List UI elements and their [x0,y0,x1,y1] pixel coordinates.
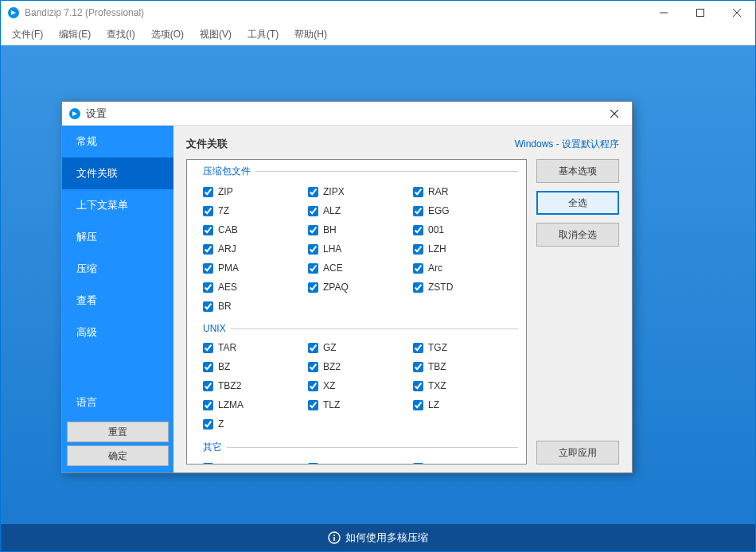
menu-edit[interactable]: 编辑(E) [51,25,99,44]
checkbox-input[interactable] [203,263,213,274]
ok-button[interactable]: 确定 [67,445,169,466]
checkbox-input[interactable] [203,419,213,430]
checkbox-war[interactable]: WAR [308,459,413,464]
checkbox-7z[interactable]: 7Z [203,202,308,220]
checkbox-zipx[interactable]: ZIPX [308,183,413,200]
checkbox-input[interactable] [308,206,318,216]
checkbox-input[interactable] [413,187,423,197]
checkbox-xz[interactable]: XZ [308,377,413,395]
sidebar-item-extract[interactable]: 解压 [62,221,173,253]
checkbox-input[interactable] [308,244,318,255]
checkbox-input[interactable] [203,244,213,255]
minimize-button[interactable] [645,1,682,25]
checkbox-input[interactable] [203,400,213,410]
checkbox-input[interactable] [308,187,318,197]
checkbox-aes[interactable]: AES [203,278,308,296]
sidebar-item-context-menu[interactable]: 上下文菜单 [62,189,173,221]
checkbox-input[interactable] [203,343,213,353]
checkbox-br[interactable]: BR [203,297,308,315]
checkbox-input[interactable] [308,263,318,274]
checkbox-input[interactable] [413,263,423,274]
menu-help[interactable]: 帮助(H) [286,25,335,44]
sidebar-item-view[interactable]: 查看 [62,285,173,317]
sidebar-item-general[interactable]: 常规 [62,126,173,157]
checkbox-jar[interactable]: JAR [203,459,308,464]
basic-options-button[interactable]: 基本选项 [536,159,619,183]
checkbox-zstd[interactable]: ZSTD [413,278,518,296]
close-button[interactable] [719,1,755,25]
checkbox-apk[interactable]: APK [413,459,518,464]
checkbox-cab[interactable]: CAB [203,221,308,239]
checkbox-input[interactable] [308,463,318,465]
checkbox-zpaq[interactable]: ZPAQ [308,278,413,296]
sidebar-item-compress[interactable]: 压缩 [62,253,173,285]
deselect-all-button[interactable]: 取消全选 [536,223,619,247]
checkbox-bh[interactable]: BH [308,221,413,239]
checkbox-bz2[interactable]: BZ2 [308,358,413,375]
checkbox-bz[interactable]: BZ [203,358,308,375]
checkbox-lzma[interactable]: LZMA [203,396,308,414]
checkbox-input[interactable] [413,244,423,255]
checkbox-input[interactable] [413,206,423,216]
checkbox-lzh[interactable]: LZH [413,240,518,258]
checkbox-ace[interactable]: ACE [308,259,413,277]
checkbox-z[interactable]: Z [203,415,308,433]
checkbox-input[interactable] [308,225,318,235]
checkbox-tbz2[interactable]: TBZ2 [203,377,308,395]
checkbox-input[interactable] [203,381,213,391]
select-all-button[interactable]: 全选 [536,191,619,215]
checkbox-alz[interactable]: ALZ [308,202,413,220]
checkbox-arj[interactable]: ARJ [203,240,308,258]
checkbox-lha[interactable]: LHA [308,240,413,258]
checkbox-tlz[interactable]: TLZ [308,396,413,414]
checkbox-input[interactable] [308,343,318,353]
checkbox-input[interactable] [308,282,318,293]
checkbox-input[interactable] [203,301,213,312]
checkbox-input[interactable] [203,187,213,197]
checkbox-lz[interactable]: LZ [413,396,518,414]
menu-tools[interactable]: 工具(T) [240,25,286,44]
checkbox-label: LHA [323,243,341,255]
checkbox-label: WAR [323,462,345,464]
menu-find[interactable]: 查找(I) [99,25,142,44]
reset-button[interactable]: 重置 [67,422,169,442]
checkbox-zip[interactable]: ZIP [203,183,308,200]
checkbox-rar[interactable]: RAR [413,183,518,200]
statusbar[interactable]: 如何使用多核压缩 [1,524,755,551]
dialog-close-button[interactable] [597,102,632,125]
checkbox-input[interactable] [413,362,423,372]
checkbox-input[interactable] [203,362,213,372]
checkbox-arc[interactable]: Arc [413,259,518,277]
menu-view[interactable]: 视图(V) [192,25,240,44]
maximize-button[interactable] [682,1,719,25]
windows-default-link[interactable]: Windows - 设置默认程序 [515,138,619,151]
checkbox-tgz[interactable]: TGZ [413,339,518,356]
sidebar-item-advanced[interactable]: 高级 [62,317,173,348]
checkbox-input[interactable] [203,282,213,293]
checkbox-input[interactable] [413,400,423,410]
checkbox-egg[interactable]: EGG [413,202,518,220]
sidebar-item-language[interactable]: 语言 [62,387,173,418]
checkbox-input[interactable] [308,400,318,410]
checkbox-input[interactable] [413,282,423,293]
checkbox-tar[interactable]: TAR [203,339,308,356]
checkbox-input[interactable] [413,225,423,235]
checkbox-input[interactable] [413,343,423,353]
file-assoc-scroll[interactable]: 压缩包文件ZIPZIPXRAR7ZALZEGGCABBH001ARJLHALZH… [187,160,526,464]
sidebar-item-file-assoc[interactable]: 文件关联 [62,157,173,189]
checkbox-gz[interactable]: GZ [308,339,413,356]
checkbox-input[interactable] [308,362,318,372]
checkbox-input[interactable] [413,463,423,465]
checkbox-tbz[interactable]: TBZ [413,358,518,375]
menu-file[interactable]: 文件(F) [4,25,51,44]
menu-options[interactable]: 选项(O) [143,25,192,44]
checkbox-001[interactable]: 001 [413,221,518,239]
checkbox-input[interactable] [203,206,213,216]
checkbox-input[interactable] [308,381,318,391]
apply-now-button[interactable]: 立即应用 [536,441,619,465]
checkbox-input[interactable] [203,463,213,465]
checkbox-txz[interactable]: TXZ [413,377,518,395]
checkbox-pma[interactable]: PMA [203,259,308,277]
checkbox-input[interactable] [413,381,423,391]
checkbox-input[interactable] [203,225,213,235]
